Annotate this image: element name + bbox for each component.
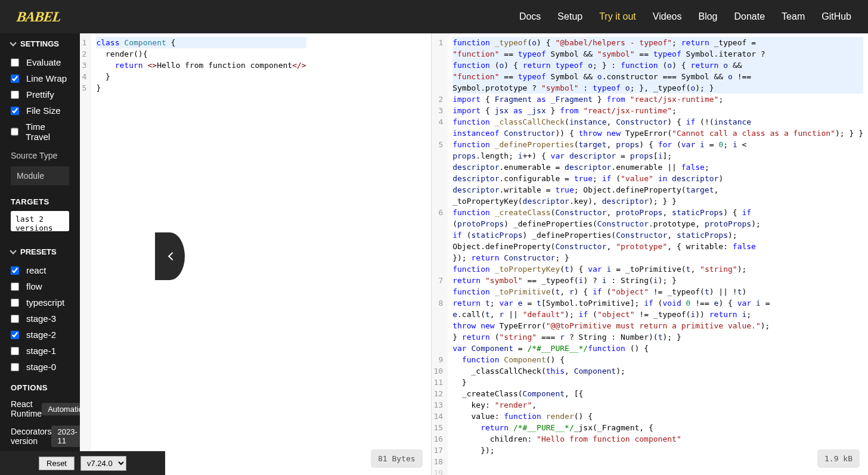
react-runtime-label: React Runtime — [11, 399, 42, 418]
preset-stage-3[interactable]: stage-3 — [0, 311, 80, 327]
stage-0-checkbox[interactable] — [11, 363, 19, 371]
react-runtime-select[interactable]: Automatic — [42, 403, 79, 415]
output-size-badge: 1.9 kB — [817, 449, 860, 468]
main-nav: Docs Setup Try it out Videos Blog Donate… — [519, 11, 851, 22]
chevron-down-icon — [10, 247, 16, 254]
input-code[interactable]: class Component { render(){ return <>Hel… — [91, 33, 311, 475]
preset-stage-1[interactable]: stage-1 — [0, 343, 80, 359]
nav-blog[interactable]: Blog — [698, 11, 717, 22]
evaluate-checkbox[interactable] — [11, 58, 19, 67]
setting-evaluate[interactable]: Evaluate — [0, 54, 80, 70]
chevron-left-icon — [168, 252, 176, 260]
nav-try-it-out[interactable]: Try it out — [599, 11, 636, 22]
presets-section-header[interactable]: PRESETS — [0, 241, 80, 262]
flow-checkbox[interactable] — [11, 282, 19, 291]
setting-file-size[interactable]: File Size — [0, 103, 80, 119]
nav-github[interactable]: GitHub — [822, 11, 851, 22]
stage-2-checkbox[interactable] — [11, 331, 19, 339]
input-gutter: 12345 — [80, 33, 92, 475]
options-title: OPTIONS — [0, 375, 80, 396]
prettify-checkbox[interactable] — [11, 91, 19, 99]
output-code: function _typeof(o) { "@babel/helpers - … — [448, 33, 868, 475]
sidebar: SETTINGS Evaluate Line Wrap Prettify Fil… — [0, 33, 80, 475]
version-select[interactable]: v7.24.0 — [80, 456, 126, 471]
bottom-bar: Reset v7.24.0 — [0, 451, 165, 475]
input-editor[interactable]: 12345 class Component { render(){ return… — [80, 33, 432, 475]
reset-button[interactable]: Reset — [39, 457, 75, 470]
react-runtime-row: React Runtime Automatic — [0, 396, 80, 422]
header: BABEL Docs Setup Try it out Videos Blog … — [0, 0, 868, 33]
nav-videos[interactable]: Videos — [653, 11, 682, 22]
preset-stage-2[interactable]: stage-2 — [0, 327, 80, 343]
nav-donate[interactable]: Donate — [734, 11, 765, 22]
stage-3-checkbox[interactable] — [11, 315, 19, 323]
chevron-down-icon — [10, 39, 16, 46]
output-gutter: 1 234 5 6 7 8 910111213141516171819 — [432, 33, 448, 475]
react-checkbox[interactable] — [11, 266, 19, 275]
preset-stage-0[interactable]: stage-0 — [0, 359, 80, 375]
decorators-version-row: Decorators version 2023-11 — [0, 422, 80, 451]
setting-line-wrap[interactable]: Line Wrap — [0, 70, 80, 86]
settings-title: SETTINGS — [20, 39, 59, 48]
presets-title: PRESETS — [20, 247, 57, 256]
stage-1-checkbox[interactable] — [11, 347, 19, 355]
source-type-label: Source Type — [0, 145, 80, 164]
input-size-badge: 81 Bytes — [371, 449, 423, 468]
nav-team[interactable]: Team — [782, 11, 805, 22]
typescript-checkbox[interactable] — [11, 299, 19, 307]
babel-logo: BABEL — [16, 9, 61, 25]
file-size-checkbox[interactable] — [11, 107, 19, 115]
preset-flow[interactable]: flow — [0, 278, 80, 294]
source-type-select[interactable]: Module — [11, 166, 69, 185]
line-wrap-checkbox[interactable] — [11, 74, 19, 83]
preset-react[interactable]: react — [0, 262, 80, 278]
nav-setup[interactable]: Setup — [557, 11, 582, 22]
settings-section-header[interactable]: SETTINGS — [0, 33, 80, 54]
setting-time-travel[interactable]: Time Travel — [0, 119, 80, 145]
targets-label: TARGETS — [0, 188, 80, 211]
setting-prettify[interactable]: Prettify — [0, 86, 80, 103]
nav-docs[interactable]: Docs — [519, 11, 541, 22]
time-travel-checkbox[interactable] — [11, 128, 18, 136]
output-editor[interactable]: 1 234 5 6 7 8 910111213141516171819 func… — [432, 33, 868, 475]
sidebar-collapse-button[interactable] — [155, 232, 185, 280]
preset-typescript[interactable]: typescript — [0, 294, 80, 311]
decorators-version-label: Decorators version — [11, 427, 51, 446]
targets-input[interactable] — [11, 211, 69, 231]
decorators-version-select[interactable]: 2023-11 — [51, 426, 79, 447]
